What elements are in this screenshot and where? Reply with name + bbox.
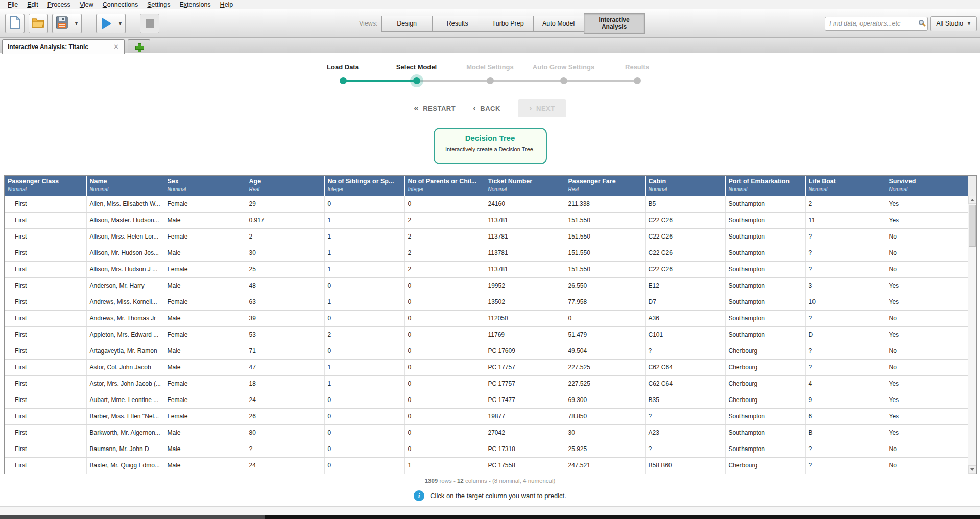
column-header-survived[interactable]: SurvivedNominal (886, 176, 968, 196)
table-cell[interactable]: 19877 (485, 408, 565, 424)
table-cell[interactable]: 26.550 (565, 277, 645, 294)
menu-item-view[interactable]: View (75, 1, 98, 8)
table-cell[interactable]: 48 (246, 277, 324, 294)
table-cell[interactable]: Female (164, 294, 246, 310)
view-tab-turbo-prep[interactable]: Turbo Prep (483, 16, 534, 32)
table-cell[interactable]: First (5, 457, 86, 474)
table-cell[interactable]: 113781 (485, 245, 565, 261)
table-cell[interactable]: Male (164, 343, 246, 359)
table-cell[interactable]: First (5, 245, 86, 261)
menu-item-help[interactable]: Help (216, 1, 238, 8)
scroll-up-button[interactable] (968, 196, 976, 204)
table-cell[interactable]: First (5, 228, 86, 245)
table-cell[interactable]: 78.850 (565, 408, 645, 424)
table-cell[interactable]: No (886, 457, 968, 474)
table-cell[interactable]: 1 (324, 228, 404, 245)
wizard-step-model-settings[interactable]: Model Settings (453, 63, 527, 89)
search-input[interactable] (825, 17, 928, 31)
table-cell[interactable]: First (5, 392, 86, 408)
table-cell[interactable]: C22 C26 (645, 228, 725, 245)
table-cell[interactable]: Cherbourg (725, 359, 805, 375)
table-cell[interactable]: Southampton (725, 212, 805, 228)
scrollbar-track[interactable] (968, 204, 976, 465)
table-cell[interactable]: C22 C26 (645, 212, 725, 228)
table-cell[interactable]: 0 (404, 294, 485, 310)
table-cell[interactable]: Yes (886, 375, 968, 392)
table-cell[interactable]: Allen, Miss. Elisabeth W... (86, 196, 164, 212)
table-cell[interactable]: C22 C26 (645, 261, 725, 277)
table-cell[interactable]: First (5, 375, 86, 392)
table-cell[interactable]: 0 (324, 441, 404, 457)
table-cell[interactable]: Southampton (725, 196, 805, 212)
table-cell[interactable]: No (886, 359, 968, 375)
table-cell[interactable]: PC 17757 (485, 375, 565, 392)
column-header-name[interactable]: NameNominal (86, 176, 164, 196)
table-cell[interactable]: 26 (246, 408, 324, 424)
table-cell[interactable]: 2 (805, 196, 886, 212)
table-cell[interactable]: First (5, 261, 86, 277)
table-cell[interactable]: Female (164, 261, 246, 277)
table-cell[interactable]: ? (645, 408, 725, 424)
table-cell[interactable]: ? (645, 441, 725, 457)
search-icon[interactable] (919, 20, 924, 25)
table-cell[interactable]: 0 (404, 326, 485, 343)
table-cell[interactable]: Southampton (725, 245, 805, 261)
table-cell[interactable]: 227.525 (565, 375, 645, 392)
table-cell[interactable]: 2 (404, 261, 485, 277)
table-cell[interactable]: 0 (404, 408, 485, 424)
table-cell[interactable]: Male (164, 277, 246, 294)
view-tab-interactive-analysis[interactable]: Interactive Analysis (584, 13, 645, 34)
table-cell[interactable]: 0 (404, 424, 485, 441)
table-cell[interactable]: 0 (404, 343, 485, 359)
table-cell[interactable]: 2 (404, 245, 485, 261)
table-cell[interactable]: 1 (324, 375, 404, 392)
table-cell[interactable]: Male (164, 245, 246, 261)
table-cell[interactable]: Yes (886, 326, 968, 343)
table-cell[interactable]: 0 (404, 310, 485, 326)
table-cell[interactable]: ? (805, 245, 886, 261)
table-cell[interactable]: 0 (565, 310, 645, 326)
wizard-step-load-data[interactable]: Load Data (306, 63, 380, 89)
table-cell[interactable]: 0 (324, 408, 404, 424)
table-cell[interactable]: 0 (404, 277, 485, 294)
table-cell[interactable]: 0 (324, 196, 404, 212)
table-cell[interactable]: ? (805, 261, 886, 277)
table-cell[interactable]: 0 (404, 196, 485, 212)
table-cell[interactable]: 2 (404, 212, 485, 228)
table-cell[interactable]: Southampton (725, 261, 805, 277)
table-cell[interactable]: First (5, 326, 86, 343)
table-cell[interactable]: Barber, Miss. Ellen "Nel... (86, 408, 164, 424)
table-cell[interactable]: Artagaveytia, Mr. Ramon (86, 343, 164, 359)
table-cell[interactable]: 25 (246, 261, 324, 277)
table-cell[interactable]: 113781 (485, 228, 565, 245)
table-cell[interactable]: First (5, 424, 86, 441)
table-cell[interactable]: No (886, 310, 968, 326)
table-cell[interactable]: 0 (324, 310, 404, 326)
table-cell[interactable]: PC 17318 (485, 441, 565, 457)
table-cell[interactable]: First (5, 294, 86, 310)
table-cell[interactable]: ? (805, 441, 886, 457)
next-button[interactable]: › NEXT (518, 99, 566, 117)
table-cell[interactable]: E12 (645, 277, 725, 294)
table-cell[interactable]: 19952 (485, 277, 565, 294)
decision-tree-card[interactable]: Decision Tree Interactively create a Dec… (434, 128, 547, 164)
table-cell[interactable]: Allison, Mrs. Hudson J ... (86, 261, 164, 277)
table-cell[interactable]: 227.525 (565, 359, 645, 375)
table-cell[interactable]: Aubart, Mme. Leontine ... (86, 392, 164, 408)
table-cell[interactable]: ? (246, 441, 324, 457)
wizard-step-select-model[interactable]: Select Model (380, 63, 453, 89)
table-cell[interactable]: ? (645, 343, 725, 359)
table-cell[interactable]: No (886, 228, 968, 245)
table-cell[interactable]: Yes (886, 294, 968, 310)
table-cell[interactable]: 77.958 (565, 294, 645, 310)
table-cell[interactable]: Male (164, 457, 246, 474)
table-cell[interactable]: First (5, 408, 86, 424)
menu-item-settings[interactable]: Settings (142, 1, 175, 8)
table-cell[interactable]: Male (164, 359, 246, 375)
table-cell[interactable]: First (5, 343, 86, 359)
table-cell[interactable]: PC 17609 (485, 343, 565, 359)
menu-item-edit[interactable]: Edit (22, 1, 43, 8)
table-cell[interactable]: 11769 (485, 326, 565, 343)
table-cell[interactable]: Southampton (725, 277, 805, 294)
save-process-button[interactable] (52, 14, 71, 33)
